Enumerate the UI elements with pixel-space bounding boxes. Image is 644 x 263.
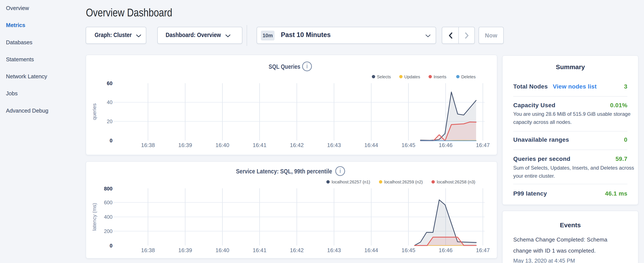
svg-text:20: 20 <box>107 119 112 124</box>
svg-text:16:46: 16:46 <box>438 247 452 253</box>
svg-text:600: 600 <box>104 200 112 205</box>
svg-text:16:43: 16:43 <box>327 142 341 148</box>
svg-text:i: i <box>340 167 341 174</box>
svg-text:60: 60 <box>107 80 112 86</box>
svg-text:16:42: 16:42 <box>290 142 304 148</box>
svg-text:16:38: 16:38 <box>141 142 155 148</box>
svg-text:Selects: Selects <box>377 75 391 79</box>
svg-text:200: 200 <box>104 228 112 234</box>
svg-text:localhost:26257 (n1): localhost:26257 (n1) <box>332 180 370 184</box>
svg-text:16:39: 16:39 <box>178 247 192 253</box>
svg-text:16:43: 16:43 <box>327 247 341 253</box>
svg-text:latency (ms): latency (ms) <box>92 203 97 231</box>
svg-text:localhost:26259 (n2): localhost:26259 (n2) <box>384 180 423 184</box>
svg-text:16:42: 16:42 <box>290 247 304 253</box>
svg-text:16:38: 16:38 <box>141 247 155 253</box>
svg-text:queries: queries <box>92 103 97 120</box>
svg-text:16:47: 16:47 <box>476 247 490 253</box>
svg-text:localhost:26258 (n3): localhost:26258 (n3) <box>437 180 475 184</box>
svg-text:0: 0 <box>110 138 112 143</box>
svg-text:16:40: 16:40 <box>216 142 229 148</box>
svg-text:16:41: 16:41 <box>252 142 266 148</box>
svg-text:16:45: 16:45 <box>402 142 415 148</box>
svg-text:16:44: 16:44 <box>364 142 378 148</box>
svg-text:Inserts: Inserts <box>434 75 446 79</box>
svg-text:400: 400 <box>104 214 112 220</box>
svg-text:Service Latency: SQL, 99th per: Service Latency: SQL, 99th percentile <box>236 168 332 175</box>
svg-text:16:39: 16:39 <box>178 142 192 148</box>
svg-text:SQL Queries: SQL Queries <box>269 63 300 70</box>
svg-text:Updates: Updates <box>404 75 420 79</box>
svg-text:16:40: 16:40 <box>216 247 229 253</box>
svg-text:Deletes: Deletes <box>461 75 476 79</box>
svg-text:16:41: 16:41 <box>252 247 266 253</box>
svg-text:i: i <box>306 63 308 70</box>
svg-text:16:44: 16:44 <box>364 247 378 253</box>
svg-text:0: 0 <box>110 243 112 248</box>
svg-text:16:45: 16:45 <box>402 247 415 253</box>
svg-text:16:46: 16:46 <box>438 142 452 148</box>
svg-text:800: 800 <box>104 186 112 191</box>
svg-text:40: 40 <box>107 99 112 105</box>
svg-text:16:47: 16:47 <box>476 142 490 148</box>
